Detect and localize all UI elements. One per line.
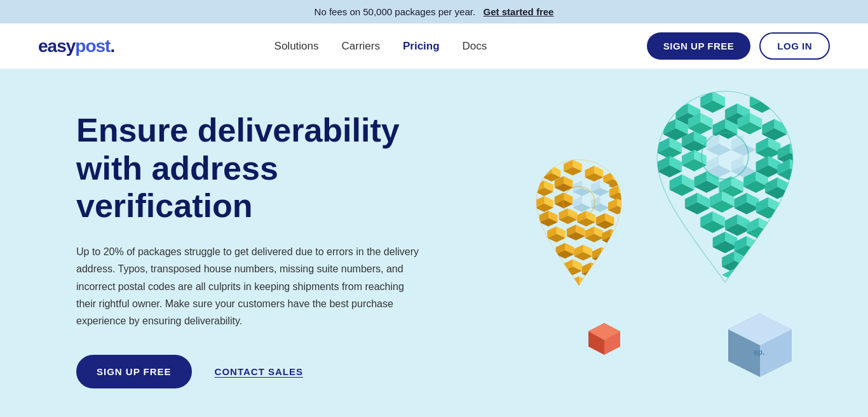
yellow-pin-svg bbox=[522, 155, 636, 295]
svg-marker-191 bbox=[579, 276, 588, 288]
svg-marker-108 bbox=[722, 268, 747, 281]
hero-contact-button[interactable]: CONTACT SALES bbox=[215, 366, 303, 377]
nav-login-button[interactable]: LOG IN bbox=[759, 32, 830, 60]
nav-actions: SIGN UP FREE LOG IN bbox=[647, 32, 830, 60]
hero-signup-button[interactable]: SIGN UP FREE bbox=[76, 355, 192, 388]
nav-item-carriers[interactable]: Carriers bbox=[342, 40, 380, 52]
nav-links: Solutions Carriers Pricing Docs bbox=[275, 40, 487, 53]
announcement-text: No fees on 50,000 packages per year. bbox=[315, 6, 476, 17]
hero-section: Ensure deliverability with address verif… bbox=[0, 69, 868, 417]
svg-marker-192 bbox=[570, 276, 579, 288]
green-pin-svg bbox=[636, 85, 814, 295]
nav-item-docs[interactable]: Docs bbox=[463, 40, 487, 52]
nav-item-pricing[interactable]: Pricing bbox=[403, 40, 440, 52]
hero-actions: SIGN UP FREE CONTACT SALES bbox=[76, 355, 458, 388]
svg-text:ep.: ep. bbox=[754, 348, 764, 357]
announcement-bar: No fees on 50,000 packages per year. Get… bbox=[0, 0, 868, 23]
svg-marker-173 bbox=[611, 229, 620, 241]
svg-marker-182 bbox=[601, 247, 610, 258]
orange-package-svg bbox=[585, 320, 623, 358]
hero-illustration: ep. bbox=[455, 69, 868, 417]
hero-title: Ensure deliverability with address verif… bbox=[76, 112, 458, 225]
navbar: easypost. Solutions Carriers Pricing Doc… bbox=[0, 23, 868, 69]
announcement-link[interactable]: Get started free bbox=[484, 6, 554, 17]
blue-package-svg: ep. bbox=[719, 307, 801, 377]
nav-item-solutions[interactable]: Solutions bbox=[275, 40, 319, 52]
svg-marker-188 bbox=[591, 262, 600, 274]
hero-description: Up to 20% of packages struggle to get de… bbox=[76, 243, 419, 329]
logo[interactable]: easypost. bbox=[38, 36, 114, 56]
nav-signup-button[interactable]: SIGN UP FREE bbox=[647, 32, 751, 60]
pin-illustration: ep. bbox=[471, 79, 852, 409]
hero-content: Ensure deliverability with address verif… bbox=[76, 112, 458, 388]
